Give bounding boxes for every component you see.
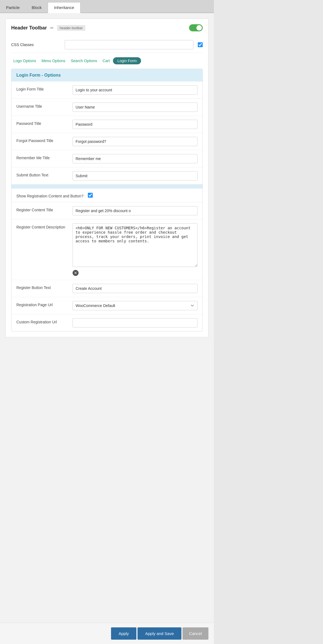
custom-registration-url-label: Custom Registration Url	[16, 318, 68, 324]
header-toolbar-title: Header Toolbar	[11, 25, 47, 31]
forgot-password-label: Forgot Password Title	[16, 137, 68, 143]
css-classes-row: CSS Classes	[11, 37, 203, 53]
show-registration-row: Show Registration Content and Button?	[11, 188, 202, 202]
password-title-input[interactable]	[73, 120, 198, 129]
tab-particle[interactable]: Particle	[0, 2, 26, 13]
username-title-label: Username Title	[16, 103, 68, 109]
show-registration-label: Show Registration Content and Button?	[16, 192, 83, 198]
bottom-bar: Apply Apply and Save Cancel	[0, 623, 214, 644]
forgot-password-input[interactable]	[73, 137, 198, 146]
submit-button-row: Submit Button Text	[11, 167, 202, 185]
forgot-password-row: Forgot Password Title	[11, 133, 202, 150]
header-toolbar-card: Header Toolbar ✏ header-toolbar CSS Clas…	[5, 19, 208, 337]
nav-tab-search-options[interactable]: Search Options	[68, 58, 99, 64]
section-body: Login Form Title Username Title Password…	[11, 82, 202, 331]
apply-button[interactable]: Apply	[111, 627, 137, 640]
username-title-field	[73, 103, 198, 112]
remove-desc-wrapper: ✕	[73, 269, 198, 276]
register-content-desc-field: <h6>ONLY FOR NEW CUSTOMERS</h6>Register …	[73, 223, 198, 276]
nav-tab-logo-options[interactable]: Logo Options	[11, 58, 38, 64]
nav-tab-cart[interactable]: Cart	[100, 58, 112, 64]
register-button-text-label: Register Button Text	[16, 284, 68, 290]
show-registration-checkbox[interactable]	[88, 193, 93, 198]
css-classes-label: CSS Classes	[11, 43, 60, 47]
custom-registration-url-row: Custom Registration Url	[11, 314, 202, 331]
username-title-row: Username Title	[11, 99, 202, 116]
section-header: Login Form - Options	[11, 69, 202, 82]
password-title-field	[73, 120, 198, 129]
textarea-wrapper: <h6>ONLY FOR NEW CUSTOMERS</h6>Register …	[73, 223, 198, 276]
register-button-text-row: Register Button Text	[11, 280, 202, 297]
registration-page-url-row: Registration Page Url WooCommerce Defaul…	[11, 297, 202, 314]
submit-button-input[interactable]	[73, 171, 198, 180]
remember-me-label: Remember Me Title	[16, 154, 68, 160]
login-form-title-input[interactable]	[73, 85, 198, 95]
register-button-text-input[interactable]	[73, 284, 198, 293]
tab-inheritance[interactable]: Inheritance	[48, 2, 80, 13]
register-content-desc-textarea[interactable]: <h6>ONLY FOR NEW CUSTOMERS</h6>Register …	[73, 223, 198, 267]
tabs-bar: Particle Block Inheritance	[0, 0, 214, 13]
toolbar-badge: header-toolbar	[57, 25, 86, 31]
custom-registration-url-input[interactable]	[73, 318, 198, 327]
main-content: Header Toolbar ✏ header-toolbar CSS Clas…	[0, 13, 214, 643]
register-content-desc-row: Register Content Description <h6>ONLY FO…	[11, 219, 202, 280]
forgot-password-field	[73, 137, 198, 146]
registration-page-url-field: WooCommerce Default	[73, 301, 198, 310]
section-divider	[11, 185, 202, 188]
remember-me-row: Remember Me Title	[11, 150, 202, 167]
apply-and-save-button[interactable]: Apply and Save	[137, 627, 181, 640]
enable-toggle[interactable]	[189, 24, 203, 31]
registration-page-url-select[interactable]: WooCommerce Default	[73, 301, 198, 310]
register-content-title-input[interactable]	[73, 206, 198, 215]
remember-me-field	[73, 154, 198, 163]
login-form-title-row: Login Form Title	[11, 82, 202, 99]
register-content-title-label: Register Content Title	[16, 206, 68, 212]
login-form-options-panel: Login Form - Options Login Form Title Us…	[11, 69, 203, 332]
registration-page-url-label: Registration Page Url	[16, 301, 68, 307]
nav-tab-login-form[interactable]: Login Form	[113, 57, 141, 64]
register-button-text-field	[73, 284, 198, 293]
tab-block[interactable]: Block	[26, 2, 48, 13]
nav-tab-menu-options[interactable]: Menu Options	[39, 58, 67, 64]
css-classes-input[interactable]	[65, 40, 193, 49]
submit-button-field	[73, 171, 198, 180]
custom-registration-url-field	[73, 318, 198, 327]
password-title-row: Password Title	[11, 116, 202, 133]
remember-me-input[interactable]	[73, 154, 198, 163]
login-form-title-label: Login Form Title	[16, 85, 68, 91]
username-title-input[interactable]	[73, 103, 198, 112]
nav-tabs: Logo Options Menu Options Search Options…	[11, 57, 203, 64]
cancel-button[interactable]: Cancel	[183, 627, 208, 640]
header-toolbar-row: Header Toolbar ✏ header-toolbar	[11, 24, 203, 31]
edit-icon[interactable]: ✏	[50, 25, 54, 31]
register-content-title-field	[73, 206, 198, 215]
css-classes-checkbox[interactable]	[198, 42, 203, 47]
register-content-desc-label: Register Content Description	[16, 223, 68, 229]
remove-icon[interactable]: ✕	[73, 270, 79, 276]
password-title-label: Password Title	[16, 120, 68, 126]
login-form-title-field	[73, 85, 198, 95]
submit-button-label: Submit Button Text	[16, 171, 68, 177]
register-content-title-row: Register Content Title	[11, 202, 202, 219]
